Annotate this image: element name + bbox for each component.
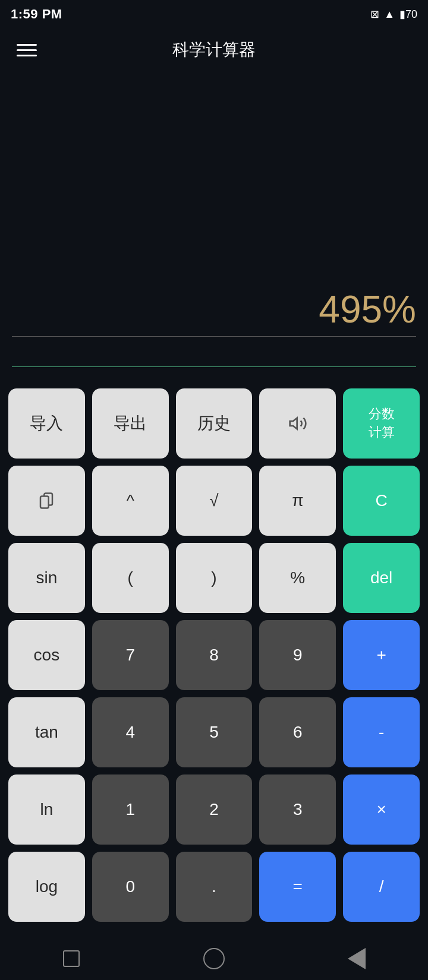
key-clear[interactable]: C	[343, 466, 420, 536]
keyboard: 导入导出历史 分数计算 ^√πCsin()%delcos789+tan456-l…	[0, 379, 428, 937]
display-main-value: 495%	[12, 287, 416, 336]
nav-square-button[interactable]	[54, 941, 89, 976]
nav-square-icon	[63, 950, 80, 967]
divider-green	[12, 366, 416, 367]
key-six[interactable]: 6	[259, 697, 336, 767]
key-log[interactable]: log	[8, 852, 85, 922]
signal-icon: ⊠	[370, 8, 379, 21]
key-cos[interactable]: cos	[8, 620, 85, 690]
key-nine[interactable]: 9	[259, 620, 336, 690]
divider-gold	[12, 336, 416, 337]
key-three[interactable]: 3	[259, 774, 336, 845]
key-history[interactable]: 历史	[176, 388, 253, 459]
menu-button[interactable]	[17, 44, 37, 56]
key-minus[interactable]: -	[343, 697, 420, 767]
wifi-icon: ▲	[384, 8, 395, 21]
key-equals[interactable]: =	[259, 852, 336, 922]
key-one[interactable]: 1	[92, 774, 169, 845]
display-area: 495%	[0, 71, 428, 379]
key-zero[interactable]: 0	[92, 852, 169, 922]
key-four[interactable]: 4	[92, 697, 169, 767]
key-two[interactable]: 2	[176, 774, 253, 845]
key-export[interactable]: 导出	[92, 388, 169, 459]
key-sound[interactable]	[259, 388, 336, 459]
nav-bar	[0, 937, 428, 980]
key-power[interactable]: ^	[92, 466, 169, 536]
display-secondary-value	[12, 345, 416, 366]
key-row-6: log0.=/	[8, 852, 420, 922]
key-percent[interactable]: %	[259, 543, 336, 613]
svg-rect-2	[40, 497, 49, 508]
nav-triangle-icon	[348, 948, 366, 969]
key-row-1: ^√πC	[8, 466, 420, 536]
key-copy[interactable]	[8, 466, 85, 536]
key-multiply[interactable]: ×	[343, 774, 420, 845]
key-dot[interactable]: .	[176, 852, 253, 922]
nav-back-button[interactable]	[339, 941, 374, 976]
nav-circle-icon	[203, 948, 225, 969]
key-sin[interactable]: sin	[8, 543, 85, 613]
key-eight[interactable]: 8	[176, 620, 253, 690]
key-sqrt[interactable]: √	[176, 466, 253, 536]
battery-icon: ▮70	[399, 8, 417, 21]
app-title: 科学计算器	[172, 39, 256, 61]
key-seven[interactable]: 7	[92, 620, 169, 690]
key-row-2: sin()%del	[8, 543, 420, 613]
key-plus[interactable]: +	[343, 620, 420, 690]
key-fraction[interactable]: 分数计算	[343, 388, 420, 459]
key-delete[interactable]: del	[343, 543, 420, 613]
key-row-3: cos789+	[8, 620, 420, 690]
key-import[interactable]: 导入	[8, 388, 85, 459]
header: 科学计算器	[0, 29, 428, 71]
status-time: 1:59 PM	[11, 7, 62, 22]
key-ln[interactable]: ln	[8, 774, 85, 845]
key-tan[interactable]: tan	[8, 697, 85, 767]
key-five[interactable]: 5	[176, 697, 253, 767]
key-row-5: ln123×	[8, 774, 420, 845]
key-divide[interactable]: /	[343, 852, 420, 922]
nav-home-button[interactable]	[196, 941, 232, 976]
key-pi[interactable]: π	[259, 466, 336, 536]
key-open-paren[interactable]: (	[92, 543, 169, 613]
key-row-4: tan456-	[8, 697, 420, 767]
key-row-0: 导入导出历史 分数计算	[8, 388, 420, 459]
status-bar: 1:59 PM ⊠ ▲ ▮70	[0, 0, 428, 29]
key-close-paren[interactable]: )	[176, 543, 253, 613]
status-icons: ⊠ ▲ ▮70	[370, 8, 417, 21]
svg-marker-0	[289, 418, 297, 429]
